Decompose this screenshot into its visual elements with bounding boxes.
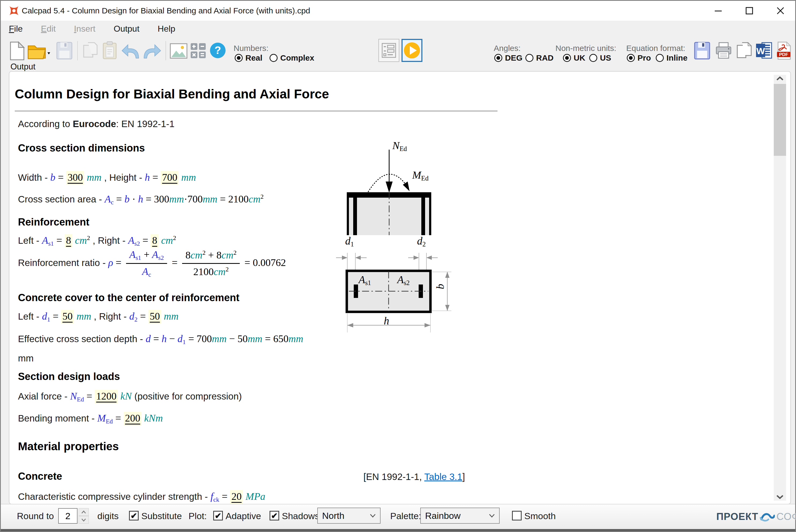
smooth-label: Smooth <box>524 511 556 521</box>
menu-item-output[interactable]: Output <box>114 24 139 34</box>
palette-select[interactable]: Rainbow <box>420 508 500 524</box>
line-fck: Characteristic compressive cylinder stre… <box>18 491 265 503</box>
line-axial-force: Axial force - NEd = 1200 kN (positive fo… <box>18 390 242 403</box>
round-to-label: Round to <box>17 511 54 521</box>
copy-output-icon <box>736 41 752 59</box>
title-bar: Calcpad 5.4 - Column Design for Biaxial … <box>1 1 795 21</box>
diagram-label-ned: NEd <box>392 139 407 153</box>
brand-wave-icon <box>760 510 775 523</box>
save-button-disabled[interactable] <box>56 41 73 61</box>
line-reinforcement: Left - As1 = 8 cm2 , Right - As2 = 8 cm2 <box>18 234 176 247</box>
shadow-direction-select[interactable]: North <box>317 508 381 524</box>
vertical-scrollbar[interactable] <box>774 75 786 501</box>
menu-item-insert[interactable]: Insert <box>74 24 95 34</box>
minimize-button[interactable] <box>709 4 727 17</box>
diagram-label-as2: As2 <box>397 273 410 287</box>
maximize-icon <box>745 6 754 15</box>
paste-button-disabled[interactable] <box>102 41 117 61</box>
calculator-button[interactable] <box>190 42 207 60</box>
radio-us-label: US <box>600 53 611 62</box>
help-button[interactable]: ? <box>209 42 226 60</box>
document-title: Column Design for Biaxial Bending and Ax… <box>15 87 329 101</box>
brand-part2: СОФТ <box>776 511 796 522</box>
ref-en-table: [EN 1992-1-1, Table 3.1] <box>363 471 465 483</box>
shadow-direction-value: North <box>322 511 344 521</box>
scroll-down-icon[interactable] <box>776 495 784 499</box>
save-output-button[interactable] <box>694 41 710 61</box>
radio-real[interactable] <box>235 54 243 62</box>
input-form-button[interactable] <box>378 39 399 62</box>
radio-uk-label: UK <box>574 53 585 62</box>
play-icon <box>403 42 420 59</box>
units-caption: Non-metric units: <box>555 44 616 53</box>
radio-rad[interactable] <box>525 54 533 62</box>
menu-item-edit[interactable]: Edit <box>41 24 56 34</box>
export-word-button[interactable]: W <box>756 41 773 60</box>
undo-button[interactable] <box>121 43 140 60</box>
print-button[interactable] <box>715 42 732 60</box>
shadows-label: Shadows: <box>282 511 322 521</box>
stepper-down-icon[interactable] <box>79 516 89 524</box>
word-icon: W <box>756 41 773 59</box>
open-folder-icon <box>27 43 51 60</box>
proektsoft-logo: ПРОЕКТ СОФТ <box>716 510 796 523</box>
scroll-up-icon[interactable] <box>776 76 784 81</box>
redo-button[interactable] <box>143 43 162 60</box>
line-mm-wrap: mm <box>18 352 34 364</box>
copy-icon <box>82 41 98 59</box>
window-bottom-edge <box>1 529 795 531</box>
export-pdf-button[interactable]: PDF <box>776 41 792 61</box>
calculate-play-button[interactable] <box>401 39 422 62</box>
brand-part1: ПРОЕКТ <box>716 511 758 522</box>
heading-material-properties: Material properties <box>18 440 119 453</box>
radio-us[interactable] <box>589 54 597 62</box>
maximize-button[interactable] <box>740 4 759 17</box>
line-cover: Left - d1 = 50 mm , Right - d2 = 50 mm <box>18 310 178 323</box>
chevron-down-icon <box>370 514 376 517</box>
scrollbar-thumb[interactable] <box>774 84 786 156</box>
column-diagram <box>323 74 484 342</box>
radio-complex[interactable] <box>269 54 278 62</box>
open-file-button[interactable] <box>27 43 51 61</box>
text-according: According to Eurocode: EN 1992-1-1 <box>18 118 175 130</box>
radio-inline[interactable] <box>656 54 664 62</box>
printer-icon <box>715 42 732 59</box>
heading-reinforcement: Reinforcement <box>18 216 89 228</box>
toolbar-separator <box>77 41 78 60</box>
minimize-icon <box>714 6 723 15</box>
pdf-icon: PDF <box>776 41 792 60</box>
close-icon <box>776 6 785 16</box>
shadows-checkbox[interactable]: ✔ <box>269 511 279 520</box>
redo-icon <box>143 43 162 59</box>
copy-output-button[interactable] <box>736 41 752 60</box>
image-icon <box>170 43 188 59</box>
numbers-caption: Numbers: <box>233 44 268 53</box>
digits-label: digits <box>97 511 118 521</box>
diagram-label-d1: d1 <box>345 235 354 248</box>
radio-real-label: Real <box>245 53 262 62</box>
adaptive-checkbox[interactable]: ✔ <box>213 511 223 520</box>
smooth-checkbox[interactable] <box>512 511 522 520</box>
save-output-icon <box>694 41 710 60</box>
form-icon <box>382 43 396 58</box>
radio-deg[interactable] <box>494 54 502 62</box>
diagram-label-med: MEd <box>412 169 429 182</box>
palette-label: Palette: <box>390 511 421 521</box>
heading-cross-section: Cross section dimensions <box>18 142 145 154</box>
radio-rad-label: RAD <box>536 53 553 62</box>
stepper-up-icon[interactable] <box>79 508 89 516</box>
plot-label: Plot: <box>189 511 207 521</box>
menu-item-help[interactable]: Help <box>158 24 175 34</box>
radio-uk[interactable] <box>563 54 571 62</box>
insert-image-button[interactable] <box>170 43 188 60</box>
round-digits-input[interactable]: 2 <box>58 508 77 524</box>
inline-link[interactable]: Table 3.1 <box>424 471 462 482</box>
new-file-icon <box>9 41 25 61</box>
new-file-button[interactable] <box>9 41 25 62</box>
round-digits-stepper[interactable] <box>79 508 89 524</box>
substitute-checkbox[interactable]: ✔ <box>129 511 139 520</box>
menu-item-file[interactable]: File <box>9 24 23 34</box>
close-button[interactable] <box>771 4 790 17</box>
copy-button-disabled[interactable] <box>82 41 98 60</box>
radio-pro[interactable] <box>627 54 635 62</box>
